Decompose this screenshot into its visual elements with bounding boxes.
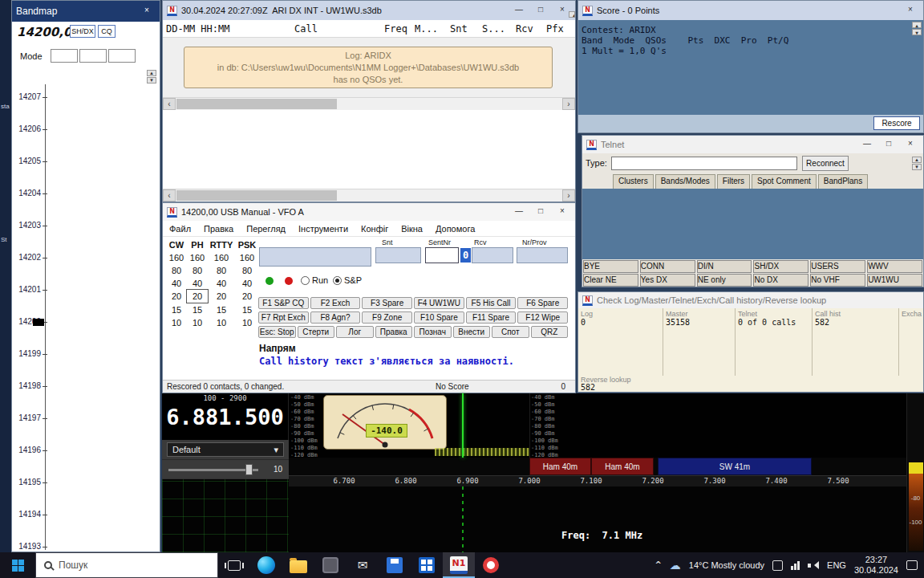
callsign-field[interactable] — [259, 247, 371, 267]
taskbar-app-save[interactable] — [379, 552, 411, 578]
band-cell[interactable]: 15 — [235, 303, 259, 316]
taskbar-app-edge[interactable] — [250, 552, 282, 578]
band-cell[interactable]: 160 — [166, 251, 187, 264]
tab-filters[interactable]: Filters — [717, 174, 750, 189]
band-cell[interactable]: 20 — [235, 290, 259, 303]
scroll-right-icon[interactable]: › — [562, 98, 575, 110]
band-cell[interactable]: 10 — [187, 316, 208, 329]
telnet-titlebar[interactable]: Telnet — □ × — [582, 136, 923, 153]
store-button[interactable]: Внести — [453, 326, 491, 338]
menu-help[interactable]: Допомога — [429, 224, 481, 234]
log-hscrollbar[interactable]: ‹ › — [163, 97, 575, 110]
taskbar-app-grid[interactable] — [411, 552, 443, 578]
tab-bandplans[interactable]: BandPlans — [818, 174, 868, 189]
tray-icon[interactable] — [772, 560, 783, 571]
f10-button[interactable]: F10 Spare — [414, 311, 464, 324]
search-box[interactable]: Пошук — [35, 552, 218, 578]
band-cell[interactable]: 10 — [166, 316, 187, 329]
band-cell[interactable]: 80 — [235, 264, 259, 277]
bandmap-spinner[interactable]: ▲ ▼ — [147, 70, 156, 83]
spin-down-icon[interactable]: ▼ — [147, 77, 156, 83]
band-cell[interactable]: 80 — [208, 264, 235, 277]
edit-button[interactable]: Правка — [375, 326, 413, 338]
f12-button[interactable]: F12 Wipe — [517, 311, 568, 324]
tab-clusters[interactable]: Clusters — [613, 174, 654, 189]
score-titlebar[interactable]: Score - 0 Points × — [578, 1, 923, 20]
f11-button[interactable]: F11 Spare — [466, 311, 517, 324]
scope-display[interactable] — [162, 478, 289, 552]
minimize-icon[interactable]: — — [510, 206, 528, 218]
f4-button[interactable]: F4 UW1WU — [414, 297, 464, 309]
action-center-icon[interactable] — [906, 560, 918, 570]
f7-button[interactable]: F7 Rpt Exch — [258, 311, 309, 324]
yes-dx-button[interactable]: Yes DX — [640, 274, 695, 287]
spin-up-icon[interactable]: ▲ — [147, 70, 156, 76]
close-icon[interactable]: × — [902, 138, 919, 151]
snt-field[interactable] — [375, 247, 421, 263]
taskbar-app-generic[interactable] — [314, 552, 346, 578]
spin-down-icon[interactable]: ▼ — [912, 29, 922, 35]
band-cell[interactable]: 20 — [208, 290, 235, 303]
col-rcv[interactable]: Rcv — [513, 23, 543, 35]
network-icon[interactable] — [791, 561, 800, 570]
menu-view[interactable]: Перегляд — [240, 224, 292, 234]
close-icon[interactable]: × — [553, 206, 571, 218]
band-cell[interactable]: 160 — [235, 251, 259, 264]
conn-button[interactable]: CONN — [640, 260, 695, 273]
f8-button[interactable]: F8 Agn? — [310, 311, 361, 324]
mode-box-2[interactable] — [79, 49, 107, 63]
qrz-button[interactable]: QRZ — [531, 326, 569, 338]
f5-button[interactable]: F5 His Call — [466, 297, 517, 309]
tx-green-led[interactable] — [265, 277, 274, 285]
f6-button[interactable]: F6 Spare — [517, 297, 568, 309]
band-cell[interactable]: 40 — [235, 277, 259, 290]
uw1wu-button[interactable]: UW1WU — [867, 274, 922, 287]
col-s[interactable]: S... — [479, 23, 513, 35]
band-cell[interactable]: 10 — [235, 316, 259, 329]
entry-titlebar[interactable]: 14200,00 USB Manual - VFO A — □ × — [163, 203, 575, 221]
telnet-output-area[interactable] — [582, 189, 923, 259]
clear-ne-button[interactable]: Clear NE — [583, 274, 638, 287]
profile-dropdown[interactable]: Default ▾ — [167, 442, 284, 457]
tab-spot-comment[interactable]: Spot Comment — [752, 174, 817, 189]
band-cell[interactable]: 40 — [208, 277, 235, 290]
check-titlebar[interactable]: Check Log/Master/Telnet/Exch/Call histor… — [578, 292, 923, 308]
bandmap-titlebar[interactable]: Bandmap × — [12, 1, 160, 22]
scroll-thumb[interactable] — [176, 190, 337, 201]
din-button[interactable]: DI/N — [697, 260, 752, 273]
f1-button[interactable]: F1 S&P CQ — [258, 297, 309, 309]
rescore-button[interactable]: Rescore — [873, 116, 920, 130]
f3-button[interactable]: F3 Spare — [362, 297, 412, 309]
band-cell[interactable]: 40 — [187, 277, 208, 290]
band-segment-ham40m-1[interactable]: Ham 40m — [529, 458, 591, 475]
menu-tools[interactable]: Інструменти — [292, 224, 355, 234]
spin-up-icon[interactable]: ▲ — [912, 157, 922, 163]
taskbar-app-n1mm[interactable] — [443, 552, 475, 578]
language-indicator[interactable]: ENG — [827, 560, 846, 570]
tx-red-led[interactable] — [285, 277, 293, 285]
col-freq[interactable]: Freq — [381, 23, 411, 35]
run-radio[interactable]: Run — [301, 275, 328, 285]
score-spinner[interactable]: ▲ ▼ — [912, 22, 922, 35]
menu-file[interactable]: Файл — [163, 224, 197, 234]
frequency-ruler[interactable]: 6.700 6.800 6.900 7.000 7.100 7.200 7.30… — [289, 475, 906, 486]
band-cell[interactable]: 10 — [208, 316, 235, 329]
tuning-cursor[interactable] — [462, 393, 464, 458]
menu-config[interactable]: Конфіг — [355, 224, 395, 234]
maximize-icon[interactable]: □ — [532, 4, 549, 17]
mark-button[interactable]: Познач — [414, 326, 452, 338]
close-icon[interactable]: × — [902, 4, 919, 17]
shdx-button[interactable]: SH/DX — [753, 260, 808, 273]
sp-radio[interactable]: S&P — [333, 275, 362, 285]
users-button[interactable]: USERS — [810, 260, 865, 273]
nrprov-field[interactable] — [517, 247, 568, 263]
mode-box-1[interactable] — [51, 49, 78, 63]
band-cell[interactable]: 160 — [187, 251, 208, 264]
waterfall[interactable] — [289, 486, 906, 552]
band-cell[interactable]: 80 — [166, 264, 187, 277]
scroll-right-icon[interactable]: › — [562, 189, 575, 201]
wwv-button[interactable]: WWV — [867, 260, 922, 273]
wipe-button[interactable]: Стерти — [298, 326, 335, 338]
band-cell[interactable]: 15 — [166, 303, 187, 316]
taskbar-app-mail[interactable]: ✉ — [346, 552, 379, 578]
